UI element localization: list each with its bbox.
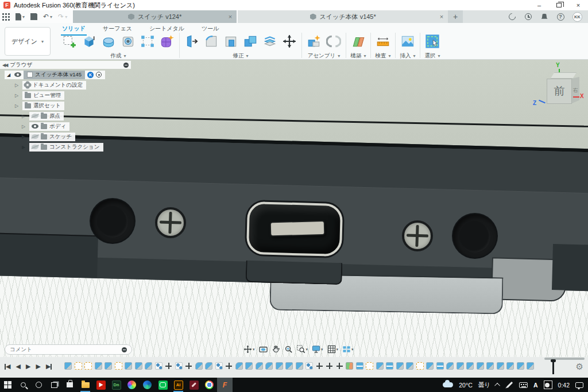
color-wheel-app-button[interactable]: [124, 378, 140, 392]
group-label-construct[interactable]: 構築: [350, 52, 361, 60]
timeline-feature-move[interactable]: [185, 362, 192, 370]
orbit-icon[interactable]: ▾: [243, 345, 255, 354]
pen-workspace-icon[interactable]: [506, 382, 513, 388]
timeline-go-to-end-button[interactable]: ▶: [46, 363, 52, 370]
timeline-feature-fillet[interactable]: [265, 362, 273, 370]
expand-triangle-icon[interactable]: ▶: [22, 145, 27, 150]
data-panel-toggle[interactable]: [2, 13, 10, 21]
timeline-feature-pattern[interactable]: [175, 362, 183, 370]
visibility-eye-icon[interactable]: [14, 72, 21, 77]
timeline-feature-move[interactable]: [225, 362, 233, 370]
edge-button[interactable]: [140, 378, 155, 392]
timeline-feature-move[interactable]: [316, 362, 323, 370]
timeline-feature-extrude[interactable]: [135, 362, 142, 370]
expand-triangle-icon[interactable]: ◢: [7, 72, 12, 77]
timeline-feature-extrude[interactable]: [406, 362, 413, 370]
timeline-feature-extrude[interactable]: [517, 362, 524, 370]
measure-button[interactable]: [375, 33, 391, 50]
timeline-feature-sketch[interactable]: [416, 362, 424, 370]
timeline-feature-extrude[interactable]: [527, 362, 534, 370]
expand-triangle-icon[interactable]: ▷: [15, 103, 20, 108]
chrome-button[interactable]: [202, 378, 217, 392]
close-button[interactable]: ×: [568, 0, 588, 10]
job-status-icon[interactable]: [524, 13, 532, 21]
expand-triangle-icon[interactable]: ▷: [15, 83, 20, 88]
comment-bar[interactable]: コメント: [5, 344, 132, 355]
document-tab-1[interactable]: スイッチ v124* ×: [73, 10, 237, 23]
browser-item-label[interactable]: コンストラクション: [49, 143, 100, 151]
timeline-feature-fillet[interactable]: [205, 362, 212, 370]
taskbar-search-button[interactable]: [16, 378, 31, 392]
timeline-feature-extrude[interactable]: [285, 362, 293, 370]
timeline-feature-pattern[interactable]: [215, 362, 223, 370]
shell-button[interactable]: [223, 33, 239, 50]
file-explorer-button[interactable]: [78, 378, 93, 392]
cortana-button[interactable]: [31, 378, 47, 392]
store-button[interactable]: [62, 378, 78, 392]
timeline-play-button[interactable]: ▶: [26, 363, 30, 370]
timeline-settings-gear-icon[interactable]: ⚙: [576, 362, 583, 372]
ime-mode-indicator[interactable]: A: [533, 382, 538, 389]
fillet-button[interactable]: [203, 33, 219, 50]
clock[interactable]: 0:42: [558, 382, 570, 389]
minimize-button[interactable]: –: [529, 0, 549, 10]
new-component-button[interactable]: [306, 33, 322, 50]
display-settings-icon[interactable]: ▾: [312, 345, 323, 354]
timeline-feature-pattern[interactable]: [155, 362, 163, 370]
browser-item-label[interactable]: 選択セット: [33, 102, 61, 110]
joint-button[interactable]: [326, 33, 342, 50]
timeline-feature-extrude[interactable]: [376, 362, 384, 370]
fusion-360-taskbar-button[interactable]: F: [217, 378, 233, 392]
activate-component-icon[interactable]: [96, 72, 102, 77]
timeline-feature-move[interactable]: [336, 362, 343, 370]
browser-row-selection-sets[interactable]: ▷ 選択セット: [0, 101, 138, 110]
workspace-selector[interactable]: デザイン ▾: [5, 27, 51, 56]
select-button[interactable]: [424, 33, 440, 50]
expand-triangle-icon[interactable]: ▷: [15, 93, 20, 98]
grid-display-icon[interactable]: ▾: [327, 345, 339, 354]
browser-row-construction[interactable]: ▶ コンストラクション: [0, 142, 138, 152]
browser-root-row[interactable]: ◢ スイッチ本体 v145 K: [0, 70, 138, 79]
touch-keyboard-icon[interactable]: [519, 382, 528, 388]
browser-item-label[interactable]: ビュー管理: [33, 92, 61, 99]
timeline-feature-extrude[interactable]: [497, 362, 504, 370]
new-tab-button[interactable]: +: [448, 10, 463, 23]
look-at-icon[interactable]: [259, 345, 268, 354]
browser-root-label[interactable]: スイッチ本体 v145: [35, 71, 82, 79]
user-avatar[interactable]: KK: [572, 12, 582, 22]
timeline-feature-extrude[interactable]: [276, 362, 283, 370]
timeline-feature-plane[interactable]: [346, 362, 353, 370]
timeline-go-to-start-button[interactable]: ◀: [5, 363, 10, 370]
timeline-feature-fillet[interactable]: [256, 362, 263, 370]
group-label-modify[interactable]: 修正: [233, 52, 243, 60]
timeline-feature-split[interactable]: [356, 362, 363, 370]
dimension-button[interactable]: Dn: [109, 378, 124, 392]
timeline-feature-extrude[interactable]: [125, 362, 132, 370]
browser-panel-header[interactable]: ◀◀ ブラウザ: [0, 61, 131, 69]
comment-indicator-icon[interactable]: [122, 347, 127, 352]
extrude-button[interactable]: [81, 33, 97, 50]
timeline-feature-extrude[interactable]: [457, 362, 464, 370]
timeline-step-forward-button[interactable]: ▶: [36, 363, 40, 370]
visibility-eye-off-icon[interactable]: [32, 145, 38, 149]
timeline-feature-extrude[interactable]: [426, 362, 434, 370]
timeline-feature-sketch[interactable]: [75, 362, 82, 370]
weather-cloud-icon[interactable]: [443, 382, 453, 387]
browser-row-origin[interactable]: ▷ 原点: [0, 111, 138, 121]
timeline-feature-extrude[interactable]: [477, 362, 484, 370]
timeline-feature-extrude[interactable]: [296, 362, 303, 370]
group-label-create[interactable]: 作成: [110, 52, 121, 60]
illustrator-button[interactable]: Ai: [171, 378, 186, 392]
pattern-sketch-button[interactable]: [140, 33, 156, 50]
expand-triangle-icon[interactable]: ▶: [22, 134, 27, 139]
timeline-step-back-button[interactable]: ◀: [16, 363, 20, 370]
3d-viewport[interactable]: ◀◀ ブラウザ ◢ スイッチ本体 v145 K ▷ ドキュメントの設定 ▷ ビ: [0, 60, 588, 357]
timeline-feature-extrude[interactable]: [466, 362, 474, 370]
timeline-feature-extrude[interactable]: [396, 362, 404, 370]
timeline-feature-move[interactable]: [165, 362, 172, 370]
split-body-button[interactable]: [262, 33, 278, 50]
browser-row-document-settings[interactable]: ▷ ドキュメントの設定: [0, 80, 138, 90]
panel-options-icon[interactable]: [123, 63, 129, 68]
press-pull-button[interactable]: [184, 33, 200, 50]
group-label-inspect[interactable]: 検査: [375, 52, 386, 60]
